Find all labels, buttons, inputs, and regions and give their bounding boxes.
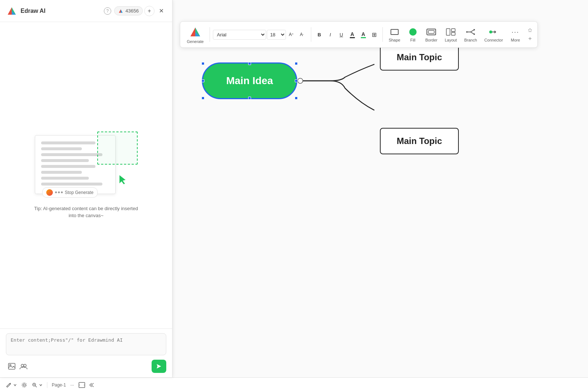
- handle-bottom-right[interactable]: [295, 97, 298, 100]
- tab-area: 43656 + ✕: [114, 6, 166, 16]
- italic-button[interactable]: I: [325, 29, 335, 40]
- tab-add-button[interactable]: +: [144, 6, 155, 16]
- more-icon: ···: [510, 27, 520, 37]
- handle-top-left[interactable]: [202, 62, 204, 65]
- toolbar-divider-2: [311, 27, 311, 42]
- svg-marker-3: [119, 9, 121, 12]
- handle-top-right[interactable]: [295, 62, 298, 65]
- shape-toolbar-item[interactable]: Shape: [386, 25, 403, 44]
- pen-icon: [6, 382, 12, 388]
- svg-marker-0: [8, 7, 12, 15]
- handle-bottom-mid[interactable]: [248, 97, 251, 100]
- close-button[interactable]: ✕: [156, 6, 166, 16]
- topic-node-1[interactable]: Main Topic: [380, 44, 459, 71]
- handle-left-mid[interactable]: [202, 79, 204, 82]
- panel-title: Edraw AI: [21, 8, 101, 14]
- doc-line: [41, 153, 102, 156]
- canvas-area[interactable]: Generate Arial Times New Roman Helvetica…: [173, 0, 588, 377]
- shape-icon: [389, 27, 400, 37]
- fill-toolbar-item[interactable]: Fill: [405, 25, 421, 44]
- toolbar-divider-3: [382, 27, 383, 42]
- pen-tool-button[interactable]: [6, 382, 17, 388]
- fit-page-icon: [79, 382, 85, 388]
- generate-label: Generate: [187, 39, 204, 44]
- svg-marker-5: [119, 175, 126, 184]
- settings-button[interactable]: [21, 382, 27, 388]
- shape-rect-icon: [391, 29, 399, 35]
- font-increase-button[interactable]: A+: [287, 29, 297, 40]
- doc-line: [41, 147, 82, 150]
- collapse-panel-button[interactable]: [90, 382, 95, 388]
- topic-node-2[interactable]: Main Topic: [380, 128, 459, 154]
- svg-rect-6: [8, 363, 15, 369]
- fit-page-button[interactable]: [79, 382, 85, 388]
- left-panel: Edraw AI ? 43656 + ✕: [0, 0, 173, 377]
- highlight-button[interactable]: A: [358, 29, 369, 40]
- svg-line-36: [35, 386, 37, 387]
- panel-content: Stop Generate Tip: AI-generated content …: [0, 22, 172, 328]
- font-controls: Arial Times New Roman Helvetica 18 12 14…: [213, 29, 308, 40]
- toolbar-divider: [210, 27, 210, 42]
- svg-marker-4: [121, 9, 123, 12]
- edraw-logo: [6, 5, 18, 17]
- cursor-arrow: [119, 174, 127, 185]
- underline-button[interactable]: U: [336, 29, 346, 40]
- generate-toolbar-button[interactable]: Generate: [184, 24, 207, 45]
- font-color-button[interactable]: A: [347, 29, 357, 40]
- main-idea-node[interactable]: Main Idea: [202, 62, 297, 99]
- page-options-button[interactable]: ···: [70, 382, 74, 388]
- branch-icon: [465, 27, 476, 37]
- svg-point-9: [24, 364, 26, 367]
- group-input-button[interactable]: [18, 360, 29, 372]
- svg-point-27: [473, 33, 475, 35]
- handle-right-mid[interactable]: [295, 79, 298, 82]
- pen-dropdown-icon: [13, 383, 17, 387]
- svg-text:A: A: [300, 32, 303, 37]
- svg-rect-21: [451, 32, 455, 35]
- border-toolbar-item[interactable]: Border: [422, 25, 440, 44]
- fill-label: Fill: [410, 38, 415, 42]
- more-toolbar-item[interactable]: ··· More: [507, 25, 523, 44]
- text-style-button[interactable]: ⊞: [369, 29, 380, 40]
- connector-toolbar-item[interactable]: Connector: [482, 25, 506, 44]
- svg-text:-: -: [303, 32, 304, 36]
- font-family-select[interactable]: Arial Times New Roman Helvetica: [213, 30, 266, 40]
- send-button[interactable]: [152, 360, 166, 373]
- expand-toolbar-button[interactable]: [526, 35, 534, 42]
- bold-button[interactable]: B: [314, 29, 324, 40]
- pin-toolbar-button[interactable]: [526, 27, 534, 34]
- layout-toolbar-item[interactable]: Layout: [442, 25, 460, 44]
- generate-indicator[interactable]: Stop Generate: [42, 187, 98, 198]
- chat-input[interactable]: [6, 333, 166, 355]
- page-indicator[interactable]: Page-1: [52, 382, 66, 388]
- selection-box: [97, 132, 138, 165]
- doc-line: [41, 159, 89, 162]
- zoom-dropdown-icon: [39, 383, 43, 387]
- svg-marker-10: [190, 28, 195, 36]
- font-decrease-button[interactable]: A-: [298, 29, 308, 40]
- help-icon[interactable]: ?: [104, 7, 111, 15]
- svg-text:A: A: [289, 32, 292, 37]
- avatar-circle: [46, 189, 53, 196]
- fill-circle-icon: [409, 28, 417, 36]
- main-idea-text: Main Idea: [226, 75, 273, 87]
- dot: [55, 191, 57, 193]
- image-input-button[interactable]: [6, 360, 18, 372]
- page-dots-label: ···: [70, 382, 74, 388]
- fill-icon: [408, 27, 418, 37]
- zoom-button[interactable]: [32, 382, 43, 388]
- mindmap-area: Main Idea Main Topic Main Topic: [202, 44, 459, 154]
- svg-point-8: [21, 364, 24, 367]
- connector-icon: [489, 27, 499, 37]
- font-size-select[interactable]: 18 12 14 16 20 24: [267, 30, 286, 40]
- tab-pill[interactable]: 43656: [114, 6, 143, 15]
- branch-toolbar-item[interactable]: Branch: [461, 25, 480, 44]
- handle-bottom-left[interactable]: [202, 97, 204, 100]
- doc-line: [41, 183, 102, 186]
- page-label: Page-1: [52, 382, 66, 388]
- input-toolbar: [6, 360, 166, 373]
- zoom-icon: [32, 382, 37, 388]
- connector-label: Connector: [484, 38, 503, 42]
- svg-point-25: [466, 31, 468, 33]
- handle-top-mid[interactable]: [248, 62, 251, 65]
